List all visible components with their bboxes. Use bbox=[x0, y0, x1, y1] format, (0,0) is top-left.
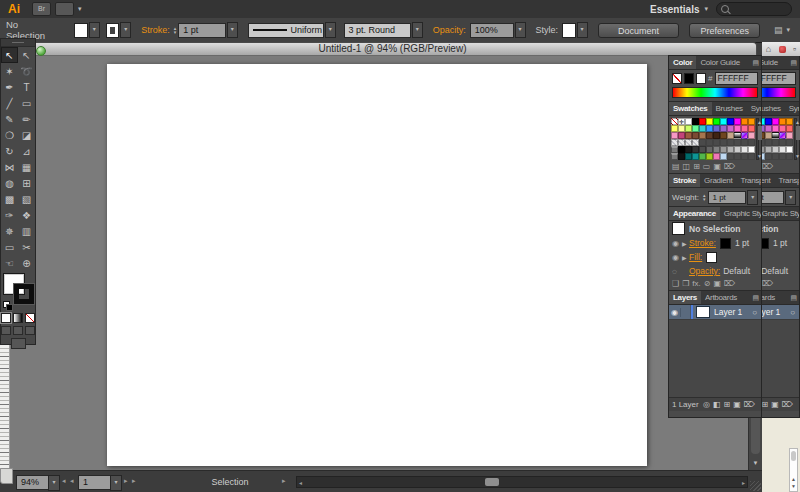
swatch[interactable] bbox=[671, 118, 678, 125]
scroll-right-icon[interactable]: ▸ bbox=[742, 479, 745, 486]
swatch[interactable] bbox=[706, 125, 713, 132]
swatch[interactable] bbox=[692, 125, 699, 132]
swatch[interactable] bbox=[765, 125, 772, 132]
tab-layers[interactable]: Layers bbox=[669, 291, 701, 304]
swatch[interactable] bbox=[748, 146, 755, 153]
fill-visibility-eye-icon[interactable]: ◉ bbox=[672, 253, 682, 262]
add-new-fill-icon[interactable]: ❒ bbox=[682, 278, 689, 290]
swatch[interactable] bbox=[727, 146, 734, 153]
eyedropper-tool-icon[interactable]: ✑ bbox=[1, 207, 18, 223]
scroll-left-icon[interactable]: ◂ bbox=[299, 479, 302, 486]
none-mode-button[interactable] bbox=[25, 313, 35, 323]
document-setup-button[interactable]: Document Setup bbox=[598, 23, 680, 38]
swatch[interactable] bbox=[720, 146, 727, 153]
tab-transparency[interactable]: Transparency bbox=[774, 174, 799, 187]
swatch[interactable] bbox=[713, 125, 720, 132]
workspace-switcher[interactable]: Essentials bbox=[650, 4, 699, 15]
style-swatch[interactable] bbox=[562, 23, 576, 38]
scroll-down-icon[interactable]: ▼ bbox=[749, 458, 762, 469]
color-spectrum-bar[interactable] bbox=[762, 87, 796, 98]
eraser-tool-icon[interactable]: ◪ bbox=[18, 127, 35, 143]
gradient-mode-button[interactable] bbox=[13, 313, 23, 323]
lasso-tool-icon[interactable]: ➰ bbox=[18, 63, 35, 79]
swatch[interactable] bbox=[685, 139, 692, 146]
control-panel-dropdown-icon[interactable]: ▾ bbox=[786, 26, 790, 34]
swatch[interactable] bbox=[772, 125, 779, 132]
swatch[interactable] bbox=[734, 125, 741, 132]
swatch[interactable] bbox=[727, 118, 734, 125]
next-artboard-icon[interactable]: ▸ bbox=[124, 477, 128, 485]
swatch[interactable] bbox=[779, 125, 786, 132]
swatch-kinds-icon[interactable]: ◫ bbox=[683, 161, 691, 173]
swatch[interactable] bbox=[772, 146, 779, 153]
layer-row[interactable]: ◉ Layer 1 ○ bbox=[762, 305, 799, 320]
swatch[interactable] bbox=[734, 146, 741, 153]
direct-selection-tool-icon[interactable]: ↖ bbox=[18, 47, 35, 63]
width-profile-dropdown-icon[interactable]: ▾ bbox=[412, 22, 423, 38]
swatch[interactable] bbox=[685, 125, 692, 132]
swatch[interactable] bbox=[699, 125, 706, 132]
swatch[interactable] bbox=[734, 118, 741, 125]
swatch[interactable] bbox=[779, 146, 786, 153]
swatch[interactable] bbox=[772, 132, 779, 139]
width-profile-field[interactable]: 3 pt. Round bbox=[344, 23, 411, 38]
appearance-fill-swatch[interactable] bbox=[706, 252, 717, 263]
tab-graphic-styles[interactable]: Graphic Styles bbox=[762, 207, 799, 220]
appearance-stroke-swatch[interactable] bbox=[762, 238, 769, 249]
tab-artboards[interactable]: Artboards bbox=[701, 291, 741, 304]
rectangle-tool-icon[interactable]: ▭ bbox=[18, 95, 35, 111]
swatch[interactable] bbox=[720, 132, 727, 139]
style-dropdown-icon[interactable]: ▾ bbox=[577, 22, 588, 38]
stroke-visibility-eye-icon[interactable]: ◉ bbox=[672, 239, 682, 248]
swatch[interactable] bbox=[713, 153, 720, 160]
layer-target-icon[interactable]: ○ bbox=[790, 308, 795, 317]
horizontal-scrollbar[interactable]: ◂ ▸ bbox=[296, 476, 748, 488]
tab-graphic-styles[interactable]: Graphic Styles bbox=[720, 207, 761, 220]
weight-dropdown-icon[interactable]: ▾ bbox=[785, 190, 796, 205]
stroke-color-swatch[interactable] bbox=[106, 23, 120, 38]
hex-value-field[interactable]: FFFFFF bbox=[762, 72, 796, 85]
window-close-button[interactable] bbox=[36, 46, 46, 56]
stroke-weight-dropdown-icon[interactable]: ▾ bbox=[227, 22, 238, 38]
layer-name[interactable]: Layer 1 bbox=[762, 307, 780, 317]
type-tool-icon[interactable]: T bbox=[18, 79, 35, 95]
swatch[interactable] bbox=[734, 132, 741, 139]
swatch[interactable] bbox=[741, 146, 748, 153]
swatch[interactable] bbox=[685, 146, 692, 153]
window-resize-grip[interactable] bbox=[750, 481, 761, 491]
swatch[interactable] bbox=[671, 146, 678, 153]
weight-stepper[interactable]: ▴ ▾ bbox=[703, 193, 706, 201]
layer-visibility-eye-icon[interactable]: ◉ bbox=[669, 308, 681, 317]
swatch[interactable] bbox=[748, 132, 755, 139]
tab-symbols[interactable]: Symbols bbox=[785, 102, 799, 115]
palette-grip[interactable] bbox=[1, 39, 35, 47]
appearance-fill-label[interactable]: Fill: bbox=[689, 252, 702, 262]
swatch[interactable] bbox=[786, 118, 793, 125]
prev-artboard-icon[interactable]: ◂ bbox=[70, 477, 74, 485]
swatches-scrollbar[interactable]: ▲ ▼ bbox=[794, 118, 797, 160]
control-panel-menu-icon[interactable]: ▤ bbox=[774, 25, 783, 35]
layer-thumbnail[interactable] bbox=[696, 306, 710, 318]
appearance-stroke-label[interactable]: Stroke: bbox=[689, 238, 716, 248]
swatch[interactable] bbox=[772, 118, 779, 125]
swatch[interactable] bbox=[706, 146, 713, 153]
artboard[interactable] bbox=[107, 64, 647, 466]
swatches-scroll-up-icon[interactable]: ▲ bbox=[757, 119, 758, 125]
new-color-group-icon[interactable]: ▭ bbox=[703, 161, 711, 173]
stroke-proxy-swatch[interactable] bbox=[14, 284, 34, 304]
layer-lock-column[interactable] bbox=[681, 305, 691, 319]
tab-swatches[interactable]: Swatches bbox=[669, 102, 712, 115]
brush-definition-field[interactable]: Uniform bbox=[248, 23, 324, 38]
opacity-field[interactable]: 100% bbox=[470, 23, 514, 38]
swatch[interactable] bbox=[741, 118, 748, 125]
status-options-icon[interactable]: ▸ bbox=[282, 477, 286, 485]
fill-expand-icon[interactable]: ▶ bbox=[682, 254, 689, 261]
new-sublayer-icon[interactable]: ⊞ bbox=[723, 399, 730, 411]
stepper-down-icon[interactable]: ▾ bbox=[174, 30, 177, 34]
swatch[interactable] bbox=[699, 153, 706, 160]
default-fill-stroke-icon[interactable] bbox=[3, 301, 12, 309]
opacity-label[interactable]: Opacity: bbox=[433, 25, 466, 35]
weight-field[interactable]: 1 pt bbox=[708, 191, 747, 204]
paintbrush-tool-icon[interactable]: ✎ bbox=[1, 111, 18, 127]
swatch[interactable] bbox=[678, 146, 685, 153]
